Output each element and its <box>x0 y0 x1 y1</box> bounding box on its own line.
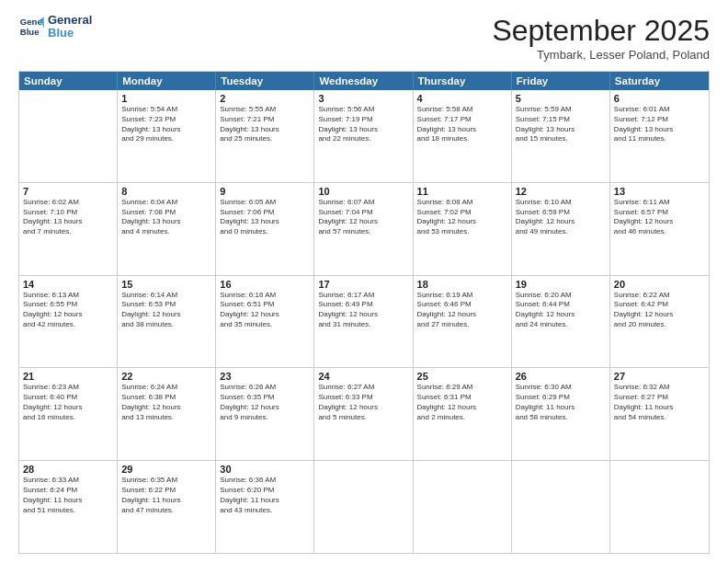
cell-line: Daylight: 12 hours <box>318 217 408 227</box>
cell-line: and 27 minutes. <box>417 320 507 330</box>
day-cell <box>512 461 610 553</box>
cell-line: Sunset: 6:31 PM <box>417 393 507 403</box>
cell-line: and 49 minutes. <box>516 227 606 237</box>
day-cell: 6Sunrise: 6:01 AMSunset: 7:12 PMDaylight… <box>610 90 709 182</box>
cell-line: Daylight: 11 hours <box>614 403 705 413</box>
title-block: September 2025 Tymbark, Lesser Poland, P… <box>492 14 710 62</box>
day-number: 22 <box>121 371 211 382</box>
cell-line: Sunrise: 6:04 AM <box>121 198 211 208</box>
cell-line: Sunset: 6:59 PM <box>516 208 606 218</box>
cell-line: and 42 minutes. <box>23 320 113 330</box>
cell-line: Sunrise: 6:30 AM <box>516 383 606 393</box>
cell-line: Sunset: 6:38 PM <box>121 393 211 403</box>
cell-line: Sunrise: 6:02 AM <box>23 198 113 208</box>
cell-line: Daylight: 12 hours <box>614 310 705 320</box>
cell-line: Sunset: 6:42 PM <box>614 300 705 310</box>
cell-line: Daylight: 12 hours <box>417 310 507 320</box>
day-cell: 2Sunrise: 5:55 AMSunset: 7:21 PMDaylight… <box>216 90 314 182</box>
day-cell: 19Sunrise: 6:20 AMSunset: 6:44 PMDayligh… <box>512 276 610 368</box>
cell-line: Sunrise: 6:14 AM <box>121 291 211 301</box>
cell-line: Daylight: 13 hours <box>417 125 507 135</box>
day-number: 29 <box>121 464 211 475</box>
cell-line: and 22 minutes. <box>318 134 408 144</box>
cell-line: Daylight: 11 hours <box>23 496 113 506</box>
day-cell <box>610 461 709 553</box>
day-number: 10 <box>318 186 408 197</box>
cell-line: Sunrise: 6:36 AM <box>220 476 310 486</box>
cell-line: and 16 minutes. <box>23 413 113 423</box>
cell-line: Sunrise: 6:10 AM <box>516 198 606 208</box>
cell-line: Daylight: 13 hours <box>220 125 310 135</box>
day-cell: 24Sunrise: 6:27 AMSunset: 6:33 PMDayligh… <box>314 368 413 460</box>
day-number: 24 <box>318 371 408 382</box>
day-cell: 4Sunrise: 5:58 AMSunset: 7:17 PMDaylight… <box>414 90 512 182</box>
header: General Blue General Blue September 2025… <box>18 14 710 62</box>
cell-line: and 0 minutes. <box>220 227 310 237</box>
day-number: 25 <box>417 371 507 382</box>
cell-line: and 58 minutes. <box>516 413 606 423</box>
day-number: 27 <box>614 371 705 382</box>
logo-icon: General Blue <box>18 14 44 40</box>
cell-line: Sunset: 7:12 PM <box>614 115 705 125</box>
cell-line: Daylight: 13 hours <box>318 125 408 135</box>
cell-line: and 57 minutes. <box>318 227 408 237</box>
cell-line: Daylight: 13 hours <box>23 217 113 227</box>
cell-line: Daylight: 12 hours <box>318 310 408 320</box>
cell-line: and 46 minutes. <box>614 227 705 237</box>
cell-line: and 47 minutes. <box>121 506 211 516</box>
cell-line: Sunset: 7:15 PM <box>516 115 606 125</box>
day-number: 11 <box>417 186 507 197</box>
day-cell: 16Sunrise: 6:16 AMSunset: 6:51 PMDayligh… <box>216 276 314 368</box>
cell-line: and 53 minutes. <box>417 227 507 237</box>
cell-line: and 43 minutes. <box>220 506 310 516</box>
cell-line: Sunset: 6:40 PM <box>23 393 113 403</box>
calendar: SundayMondayTuesdayWednesdayThursdayFrid… <box>18 71 710 554</box>
day-number: 1 <box>121 93 211 104</box>
cell-line: Sunrise: 6:27 AM <box>318 383 408 393</box>
cell-line: Daylight: 13 hours <box>516 125 606 135</box>
day-header: Sunday <box>19 72 118 90</box>
cell-line: Sunrise: 6:19 AM <box>417 291 507 301</box>
day-number: 14 <box>23 279 113 290</box>
day-cell: 26Sunrise: 6:30 AMSunset: 6:29 PMDayligh… <box>512 368 610 460</box>
cell-line: and 29 minutes. <box>121 134 211 144</box>
cell-line: Sunset: 6:24 PM <box>23 486 113 496</box>
day-cell <box>414 461 512 553</box>
cell-line: Sunset: 7:17 PM <box>417 115 507 125</box>
cell-line: and 20 minutes. <box>614 320 705 330</box>
cell-line: Daylight: 12 hours <box>121 310 211 320</box>
cell-line: and 24 minutes. <box>516 320 606 330</box>
day-number: 6 <box>614 93 705 104</box>
day-header: Thursday <box>414 72 512 90</box>
cell-line: Sunrise: 6:17 AM <box>318 291 408 301</box>
day-cell: 3Sunrise: 5:56 AMSunset: 7:19 PMDaylight… <box>314 90 413 182</box>
cell-line: Sunset: 7:04 PM <box>318 208 408 218</box>
day-number: 30 <box>220 464 310 475</box>
cell-line: Sunset: 6:49 PM <box>318 300 408 310</box>
cell-line: and 9 minutes. <box>220 413 310 423</box>
cell-line: Daylight: 12 hours <box>516 217 606 227</box>
day-number: 3 <box>318 93 408 104</box>
cell-line: Sunrise: 6:24 AM <box>121 383 211 393</box>
day-cell: 13Sunrise: 6:11 AMSunset: 6:57 PMDayligh… <box>610 183 709 275</box>
cell-line: Sunrise: 5:59 AM <box>516 105 606 115</box>
cell-line: Sunrise: 6:16 AM <box>220 291 310 301</box>
cell-line: Sunrise: 6:33 AM <box>23 476 113 486</box>
logo-text-line2: Blue <box>48 27 92 40</box>
cell-line: Sunrise: 5:54 AM <box>121 105 211 115</box>
cell-line: Sunset: 6:51 PM <box>220 300 310 310</box>
day-number: 23 <box>220 371 310 382</box>
cell-line: Daylight: 13 hours <box>614 125 705 135</box>
day-number: 16 <box>220 279 310 290</box>
cell-line: Daylight: 12 hours <box>220 403 310 413</box>
cell-line: and 2 minutes. <box>417 413 507 423</box>
cell-line: Sunrise: 6:13 AM <box>23 291 113 301</box>
cell-line: Sunset: 7:08 PM <box>121 208 211 218</box>
cell-line: Daylight: 12 hours <box>318 403 408 413</box>
cell-line: Daylight: 12 hours <box>121 403 211 413</box>
cell-line: and 25 minutes. <box>220 134 310 144</box>
cell-line: Sunset: 6:20 PM <box>220 486 310 496</box>
day-header: Wednesday <box>314 72 413 90</box>
day-cell <box>314 461 413 553</box>
day-cell: 25Sunrise: 6:29 AMSunset: 6:31 PMDayligh… <box>414 368 512 460</box>
